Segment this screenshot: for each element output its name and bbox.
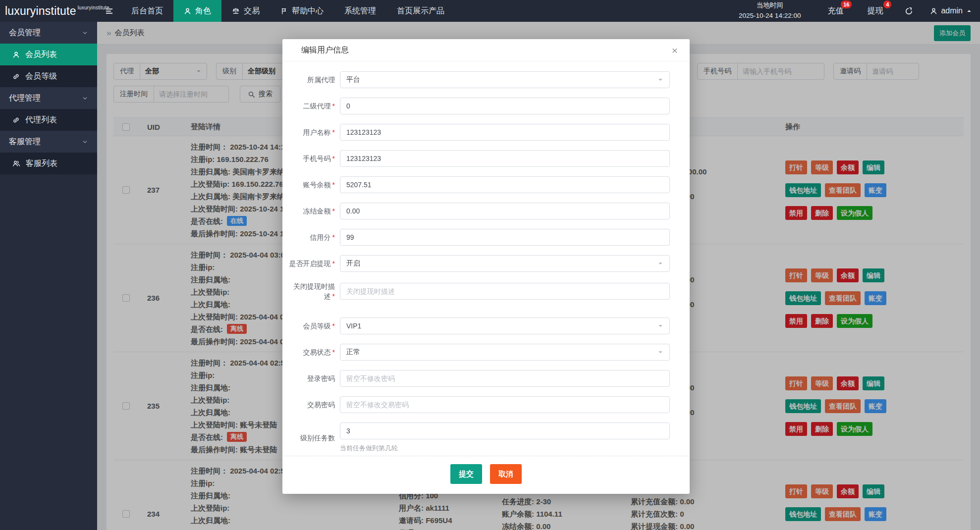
field-hint: 当前任务做到第几轮	[340, 444, 670, 453]
topnav-products[interactable]: 首页展示产品	[386, 0, 455, 22]
sidebar-item-member-list[interactable]: 会员列表	[0, 44, 97, 65]
field-control	[340, 423, 670, 439]
topnav-role[interactable]: 角色	[173, 0, 221, 22]
field-control	[340, 124, 670, 141]
sidebar-item-member-level[interactable]: 会员等级	[0, 65, 97, 87]
field-frozen-input[interactable]	[346, 207, 663, 215]
field-withdraw-enabled-select[interactable]: 开启	[340, 255, 670, 272]
field-control-wrap	[340, 150, 670, 167]
topnav-label: 交易	[244, 6, 260, 16]
top-menu: 后台首页角色交易帮助中心系统管理首页展示产品	[121, 0, 455, 22]
field-control	[340, 283, 670, 300]
field-label: 会员等级*	[287, 321, 335, 331]
recharge-button[interactable]: 充值 16	[827, 6, 843, 16]
field-trade-status-select[interactable]: 正常	[340, 344, 670, 361]
caret-up-icon	[966, 8, 972, 14]
topnav-label: 系统管理	[344, 6, 376, 16]
person-icon	[12, 51, 20, 58]
field-username: 用户名称*	[287, 124, 670, 141]
field-balance-input[interactable]	[346, 181, 663, 189]
sidebar-item-label: 代理列表	[25, 115, 57, 125]
sidebar-group-label: 会员管理	[9, 28, 41, 38]
flag-icon	[280, 7, 288, 15]
caret-down-icon	[657, 261, 663, 266]
sidebar-group-label: 客服管理	[9, 137, 41, 147]
field-control	[340, 229, 670, 246]
field-label: 交易密码	[287, 400, 335, 410]
field-label: 登录密码	[287, 373, 335, 383]
modal-title: 编辑用户信息	[301, 45, 349, 55]
sidebar-group-label: 代理管理	[9, 93, 41, 104]
hamburger-icon[interactable]	[97, 0, 121, 22]
field-label: 账号余额*	[287, 180, 335, 190]
field-credit: 信用分*	[287, 229, 670, 246]
field-withdraw-desc-input[interactable]	[346, 287, 663, 295]
caret-down-icon	[657, 323, 663, 329]
field-credit-input[interactable]	[346, 233, 663, 241]
close-icon[interactable]: ×	[672, 45, 678, 55]
local-time-value: 2025-10-24 14:22:00	[739, 11, 801, 21]
field-username-input[interactable]	[346, 128, 663, 136]
modal-body: 所属代理平台二级代理*用户名称*手机号码*账号余额*冻结金额*信用分*是否开启提…	[282, 61, 690, 456]
topnav-trade[interactable]: 交易	[221, 0, 270, 22]
modal-footer: 提交 取消	[283, 456, 689, 494]
field-parent-agent-select[interactable]: 平台	[340, 71, 670, 88]
submit-button[interactable]: 提交	[450, 464, 482, 484]
user-menu[interactable]: admin	[930, 6, 972, 15]
required-asterisk: *	[332, 155, 335, 162]
logo-text: luxuryinstitute	[5, 4, 76, 18]
withdraw-button[interactable]: 提现 4	[867, 6, 883, 16]
link-icon	[12, 73, 20, 80]
field-control	[340, 150, 670, 167]
topnav-label: 角色	[195, 6, 211, 16]
field-control-wrap	[340, 370, 670, 387]
sidebar-item-label: 会员列表	[25, 50, 57, 60]
link-icon	[12, 116, 20, 124]
sidebar-group-member-mgmt[interactable]: 会员管理	[0, 22, 97, 44]
edit-user-modal: 编辑用户信息 × 所属代理平台二级代理*用户名称*手机号码*账号余额*冻结金额*…	[282, 39, 690, 494]
topnav-system[interactable]: 系统管理	[334, 0, 386, 22]
chevron-down-icon	[82, 30, 88, 36]
topbar: luxuryinstitute luxuryinstitute 后台首页角色交易…	[0, 0, 980, 22]
field-control-wrap: VIP1	[340, 318, 670, 334]
username: admin	[941, 6, 963, 15]
topnav-home[interactable]: 后台首页	[121, 0, 173, 22]
cancel-button[interactable]: 取消	[490, 464, 522, 484]
field-second-agent-input[interactable]	[346, 102, 663, 110]
field-task-round: 级别任务数当前任务做到第几轮	[287, 423, 670, 453]
sidebar: 会员管理会员列表会员等级代理管理代理列表客服管理客服列表	[0, 22, 97, 530]
field-control-wrap	[340, 176, 670, 193]
local-time-label: 当地时间	[739, 0, 801, 11]
topnav-help[interactable]: 帮助中心	[270, 0, 334, 22]
field-control-wrap: 当前任务做到第几轮	[340, 423, 670, 453]
field-member-level-select[interactable]: VIP1	[340, 318, 670, 334]
sidebar-group-support-mgmt[interactable]: 客服管理	[0, 131, 97, 153]
modal-header: 编辑用户信息 ×	[282, 39, 690, 61]
required-asterisk: *	[332, 322, 335, 330]
sidebar-item-label: 客服列表	[26, 159, 57, 169]
field-control-wrap	[340, 229, 670, 246]
sidebar-item-label: 会员等级	[25, 71, 57, 82]
required-asterisk: *	[332, 102, 335, 110]
select-value: 开启	[346, 259, 360, 268]
refresh-icon[interactable]	[905, 7, 913, 15]
field-trade-password-input[interactable]	[346, 401, 663, 409]
required-asterisk: *	[332, 233, 335, 241]
scales-icon	[232, 7, 240, 15]
sidebar-item-agent-list[interactable]: 代理列表	[0, 109, 97, 131]
field-control-wrap	[340, 98, 670, 114]
field-login-password-input[interactable]	[346, 374, 663, 382]
field-phone-input[interactable]	[346, 155, 663, 162]
field-second-agent: 二级代理*	[287, 98, 670, 114]
users-icon	[12, 159, 20, 167]
sidebar-item-support-list[interactable]: 客服列表	[0, 153, 97, 174]
caret-down-icon	[657, 349, 663, 355]
field-trade-password: 交易密码	[287, 396, 670, 413]
withdraw-label: 提现	[867, 6, 883, 15]
field-label: 冻结金额*	[287, 206, 335, 216]
field-task-round-input[interactable]	[346, 427, 663, 435]
field-frozen: 冻结金额*	[287, 203, 670, 219]
field-parent-agent: 所属代理平台	[287, 71, 670, 88]
local-time: 当地时间 2025-10-24 14:22:00	[739, 0, 801, 21]
sidebar-group-agent-mgmt[interactable]: 代理管理	[0, 87, 97, 109]
